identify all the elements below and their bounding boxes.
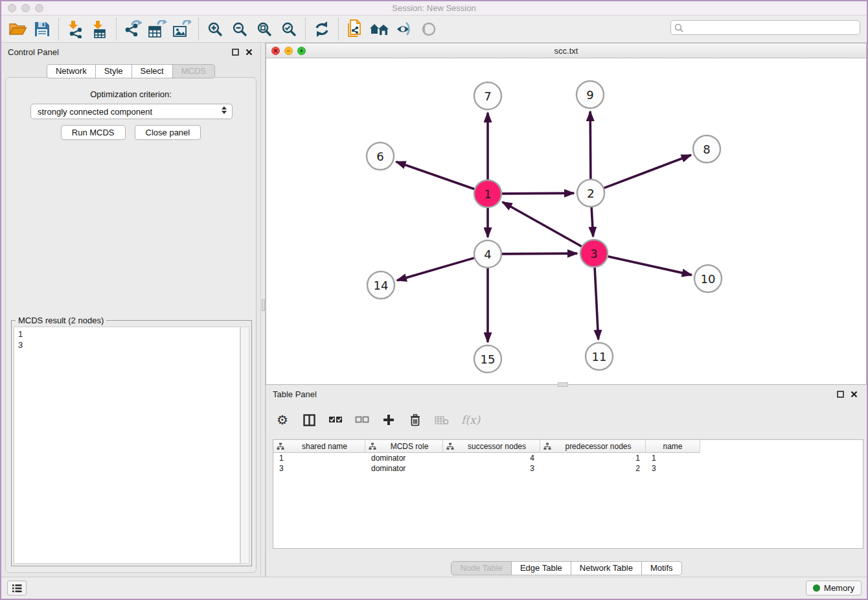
tab-motifs[interactable]: Motifs	[642, 561, 682, 575]
graph-edge-1-2[interactable]	[502, 193, 574, 194]
panel-splitter[interactable]	[260, 43, 266, 579]
table-cell: 4	[443, 453, 540, 463]
graph-node-label: 11	[592, 350, 607, 363]
graph-edge-2-9[interactable]	[590, 111, 591, 179]
application-window: Session: New Session	[0, 0, 868, 600]
apply-function-button[interactable]: f(x)	[461, 410, 480, 430]
zoom-fit-button[interactable]	[252, 18, 277, 40]
tab-style[interactable]: Style	[96, 64, 132, 78]
import-network-icon	[66, 20, 84, 38]
table-cell: 2	[540, 463, 646, 474]
search-input[interactable]	[670, 20, 860, 35]
tab-edge-table[interactable]: Edge Table	[512, 561, 571, 575]
delete-column-button[interactable]	[408, 410, 422, 430]
add-column-button[interactable]	[382, 410, 396, 430]
main-toolbar	[1, 16, 867, 43]
mcds-result-title: MCDS result (2 nodes)	[16, 316, 106, 325]
open-in-web-button[interactable]	[343, 18, 367, 40]
graph-edge-3-10[interactable]	[608, 257, 691, 275]
memory-button[interactable]: Memory	[806, 581, 862, 595]
column-tree-icon	[277, 443, 284, 450]
list-icon	[12, 584, 22, 593]
column-header-name[interactable]: name	[646, 440, 700, 453]
zoom-selected-button[interactable]	[277, 18, 301, 40]
graph-node-label: 15	[481, 352, 496, 366]
delete-table-button[interactable]	[435, 410, 449, 430]
table-row[interactable]: 3dominator323	[273, 463, 863, 474]
result-scrollbar[interactable]	[240, 327, 249, 564]
graph-node-label: 9	[586, 88, 593, 102]
graph-node-label: 3	[590, 247, 597, 260]
open-folder-icon	[8, 21, 27, 38]
function-icon: f(x)	[461, 413, 480, 426]
network-window-titlebar: ✕ − + scc.txt	[266, 43, 866, 58]
eye-disabled-icon	[420, 21, 437, 37]
close-panel-icon[interactable]	[246, 49, 253, 56]
unselect-all-columns-button[interactable]	[355, 410, 369, 430]
zoom-out-button[interactable]	[227, 18, 252, 40]
column-header-successor-nodes[interactable]: successor nodes	[443, 440, 540, 453]
float-panel-icon[interactable]	[837, 391, 844, 398]
import-network-button[interactable]	[63, 18, 87, 40]
close-panel-icon[interactable]	[851, 391, 858, 398]
export-table-button[interactable]	[145, 18, 170, 40]
zoom-in-button[interactable]	[203, 18, 227, 40]
criterion-dropdown-value: strongly connected component	[38, 107, 152, 117]
network-view-title: scc.txt	[266, 46, 866, 56]
home-button[interactable]	[367, 18, 392, 40]
tab-network[interactable]: Network	[47, 64, 96, 78]
eye-disabled-button[interactable]	[417, 18, 441, 40]
tab-select[interactable]: Select	[132, 64, 173, 78]
toolbar-separator	[58, 18, 59, 40]
close-panel-button[interactable]: Close panel	[135, 125, 201, 140]
search-icon	[674, 23, 683, 32]
table-panel-title: Table Panel	[273, 389, 317, 399]
open-session-button[interactable]	[5, 18, 30, 40]
import-table-button[interactable]	[87, 18, 112, 40]
table-settings-button[interactable]: ⚙	[275, 410, 290, 430]
table-cell: 1	[273, 453, 365, 463]
column-header-MCDS-role[interactable]: MCDS role	[365, 440, 443, 453]
select-all-columns-button[interactable]	[328, 410, 343, 430]
export-image-button[interactable]	[170, 18, 194, 40]
hide-eye-button[interactable]	[392, 18, 417, 40]
graph-node-label: 14	[374, 279, 389, 292]
show-columns-button[interactable]	[302, 410, 316, 430]
save-session-button[interactable]	[30, 18, 54, 40]
checked-boxes-icon	[328, 416, 343, 424]
criterion-dropdown[interactable]: strongly connected component	[30, 104, 233, 119]
horizontal-splitter-handle[interactable]	[558, 382, 568, 387]
graph-edge-2-3[interactable]	[591, 207, 593, 237]
column-header-shared-name[interactable]: shared name	[273, 440, 365, 453]
column-header-predecessor-nodes[interactable]: predecessor nodes	[540, 440, 646, 453]
graph-node-label: 1	[484, 187, 491, 201]
tab-network-table[interactable]: Network Table	[571, 561, 642, 575]
graph-edge-3-1[interactable]	[503, 202, 582, 247]
graph-edge-4-3[interactable]	[502, 253, 577, 254]
run-mcds-button[interactable]: Run MCDS	[61, 125, 126, 140]
splitter-handle[interactable]	[262, 299, 265, 311]
zoom-in-icon	[207, 21, 223, 37]
graph-edge-2-8[interactable]	[604, 155, 691, 188]
graph-node-label: 2	[587, 187, 594, 200]
table-row[interactable]: 1dominator411	[273, 453, 863, 463]
float-panel-icon[interactable]	[232, 49, 239, 56]
graph-edge-1-6[interactable]	[396, 162, 475, 189]
table-cell: 3	[443, 463, 540, 474]
export-network-button[interactable]	[120, 18, 145, 40]
control-panel: Control Panel NetworkStyleSelectMCDS Opt…	[1, 43, 260, 579]
delete-table-icon	[435, 415, 449, 425]
refresh-button[interactable]	[310, 18, 334, 40]
memory-status-icon	[813, 584, 820, 592]
task-history-button[interactable]	[7, 581, 27, 595]
control-panel-title: Control Panel	[8, 47, 59, 57]
network-canvas[interactable]: 1234678910111415	[266, 58, 866, 384]
table-panel: Table Panel ⚙	[266, 385, 867, 579]
graph-node-label: 7	[484, 89, 491, 103]
graph-node-label: 10	[701, 272, 716, 286]
optimization-criterion-label: Optimization criterion:	[6, 89, 256, 99]
tab-node-table[interactable]: Node Table	[451, 561, 512, 575]
graph-edge-4-14[interactable]	[397, 258, 474, 281]
graph-edge-3-11[interactable]	[595, 268, 599, 340]
tab-mcds[interactable]: MCDS	[173, 64, 215, 78]
